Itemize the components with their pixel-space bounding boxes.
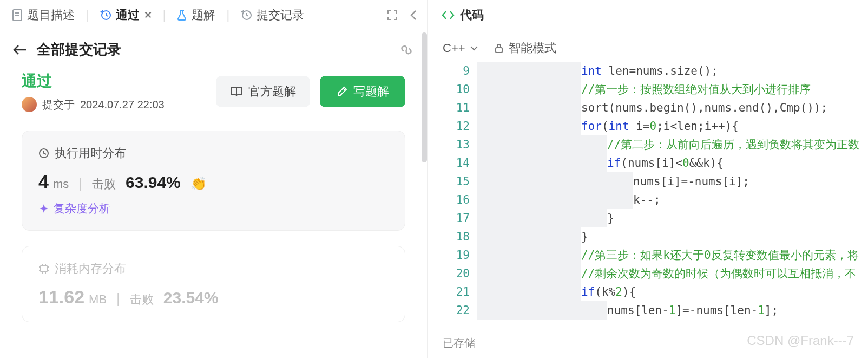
collapse-left-icon[interactable] (406, 6, 420, 24)
code-line[interactable]: } (477, 209, 868, 227)
result-header: 通过 提交于 2024.07.27 22:03 官方题解 写题解 (0, 66, 427, 115)
tab-separator: | (86, 8, 89, 22)
separator: | (116, 290, 120, 307)
avatar[interactable] (22, 97, 37, 112)
code-line[interactable]: //第三步：如果k还大于0反复转变数值最小的元素，将 (477, 246, 868, 264)
write-solution-button[interactable]: 写题解 (320, 76, 405, 107)
beat-percent: 23.54% (163, 289, 219, 307)
left-pane: 题目描述 | 通过 ✕ | 题解 | 提交记录 全部提交记录 (0, 0, 428, 358)
right-pane: 代码 C++ 智能模式 910111213141516171819202122 … (428, 0, 868, 358)
page-title: 全部提交记录 (37, 40, 121, 59)
book-icon (230, 86, 243, 97)
expand-icon[interactable] (384, 6, 401, 24)
tab-label: 提交记录 (257, 7, 304, 23)
code-line[interactable]: sort(nums.begin(),nums.end(),Cmp()); (477, 99, 868, 117)
line-gutter: 910111213141516171819202122 (428, 60, 477, 328)
clock-icon (38, 148, 49, 159)
code-line[interactable]: //剩余次数为奇数的时候（为偶数时可以互相抵消，不 (477, 264, 868, 283)
memory-value: 11.62 (38, 287, 84, 308)
code-line[interactable]: for(int i=0;i<len;i++){ (477, 117, 868, 135)
mode-label: 智能模式 (509, 40, 556, 56)
code-header: 代码 (428, 0, 868, 30)
status-badge: 通过 (22, 71, 165, 92)
tab-separator: | (163, 8, 166, 22)
button-label: 官方题解 (248, 83, 296, 100)
document-icon (12, 9, 23, 21)
tab-label: 题目描述 (27, 7, 75, 23)
clap-icon: 👏 (190, 176, 207, 191)
language-row: C++ 智能模式 (428, 30, 868, 60)
separator: | (78, 175, 82, 192)
official-solution-button[interactable]: 官方题解 (216, 76, 310, 107)
memory-unit: MB (89, 292, 107, 307)
language-selector[interactable]: C++ (443, 41, 478, 55)
code-line[interactable]: nums[len-1]=-nums[len-1]; (477, 301, 868, 320)
code-line[interactable]: nums[i]=-nums[i]; (477, 172, 868, 191)
tab-label: 通过 (116, 7, 140, 23)
tab-passed[interactable]: 通过 ✕ (94, 4, 157, 27)
code-line[interactable]: int len=nums.size(); (477, 62, 868, 80)
runtime-card[interactable]: 执行用时分布 4 ms | 击败 63.94% 👏 复杂度分析 (22, 131, 405, 231)
tab-submissions[interactable]: 提交记录 (235, 4, 310, 27)
memory-card[interactable]: 消耗内存分布 11.62 MB | 击败 23.54% (22, 246, 405, 322)
lock-icon (495, 43, 503, 53)
mode-indicator[interactable]: 智能模式 (495, 40, 556, 56)
svg-rect-8 (496, 48, 502, 53)
stats-container: 执行用时分布 4 ms | 击败 63.94% 👏 复杂度分析 消耗内存分布 1… (0, 115, 427, 337)
back-button[interactable] (13, 44, 27, 55)
card-title-text: 执行用时分布 (55, 145, 126, 161)
sparkle-icon (38, 203, 49, 214)
breadcrumb-row: 全部提交记录 (0, 30, 427, 66)
button-label: 写题解 (353, 83, 389, 100)
tab-description[interactable]: 题目描述 (6, 4, 80, 27)
code-line[interactable]: } (477, 227, 868, 246)
chevron-down-icon (470, 45, 478, 51)
save-status-row: 已存储 (428, 328, 868, 358)
language-label: C++ (443, 41, 465, 55)
tab-label: 题解 (192, 7, 215, 23)
tab-separator: | (226, 8, 229, 22)
link-icon[interactable] (399, 44, 414, 56)
submitted-time: 2024.07.27 22:03 (80, 99, 165, 111)
code-editor[interactable]: 910111213141516171819202122 int len=nums… (428, 60, 868, 328)
history-icon (240, 9, 252, 21)
beat-label: 击败 (92, 176, 116, 192)
beat-label: 击败 (130, 291, 154, 308)
submitted-prefix: 提交于 (42, 97, 75, 112)
code-line[interactable]: if(k%2){ (477, 283, 868, 301)
chip-icon (38, 263, 49, 274)
code-header-label: 代码 (460, 7, 484, 23)
tabs-row: 题目描述 | 通过 ✕ | 题解 | 提交记录 (0, 0, 427, 30)
complexity-label: 复杂度分析 (54, 201, 110, 216)
edit-icon (336, 86, 348, 97)
flask-icon (176, 9, 187, 21)
code-icon (442, 10, 455, 21)
code-line[interactable]: if(nums[i]<0&&k){ (477, 154, 868, 172)
card-title-text: 消耗内存分布 (55, 261, 126, 277)
beat-percent: 63.94% (126, 173, 181, 192)
code-line[interactable]: k--; (477, 191, 868, 209)
runtime-unit: ms (53, 177, 69, 191)
code-line[interactable]: //第一步：按照数组绝对值从大到小进行排序 (477, 80, 868, 99)
saved-label: 已存储 (443, 336, 475, 350)
svg-rect-7 (41, 265, 47, 272)
tab-solutions[interactable]: 题解 (171, 4, 221, 27)
runtime-value: 4 (38, 171, 49, 192)
close-icon[interactable]: ✕ (144, 9, 152, 21)
code-body[interactable]: int len=nums.size();//第一步：按照数组绝对值从大到小进行排… (477, 60, 868, 328)
code-line[interactable]: //第二步：从前向后遍历，遇到负数将其变为正数 (477, 135, 868, 154)
complexity-link[interactable]: 复杂度分析 (38, 201, 389, 216)
left-scrollbar[interactable] (422, 32, 427, 162)
history-icon (100, 9, 111, 21)
